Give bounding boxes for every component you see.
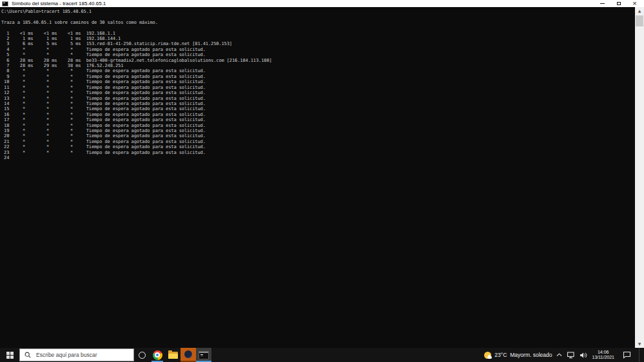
weather-temperature: 23°C [494, 352, 507, 358]
search-icon [24, 352, 31, 358]
window-controls: × [594, 0, 643, 7]
sun-cloud-icon [484, 352, 491, 359]
scrollbar-up-arrow[interactable]: ▲ [635, 7, 644, 15]
taskbar-app-cortana[interactable] [134, 348, 150, 362]
ethernet-network-icon [567, 352, 575, 359]
cmd-window-icon [2, 1, 8, 6]
taskbar: 23°C Mayorm. soleado 14:06 13/11/ [0, 348, 644, 362]
console-window[interactable]: C:\Users\Pablo>tracert 185.40.65.1 Traza… [0, 7, 644, 348]
clock-date: 13/11/2021 [592, 355, 614, 360]
minimize-icon [600, 3, 605, 4]
taskbar-app-file-explorer[interactable] [165, 348, 181, 362]
console-output[interactable]: C:\Users\Pablo>tracert 185.40.65.1 Traza… [0, 7, 644, 160]
weather-condition: Mayorm. soleado [510, 352, 552, 358]
file-explorer-icon [168, 352, 178, 359]
clock-time: 14:06 [592, 350, 614, 355]
cmd-icon [199, 351, 209, 359]
chevron-up-icon [556, 353, 562, 357]
speaker-icon [580, 352, 587, 359]
taskbar-app-cmd[interactable] [196, 348, 211, 362]
scrollbar-down-arrow[interactable]: ▼ [635, 340, 644, 348]
chrome-icon [153, 350, 162, 360]
taskbar-search[interactable] [19, 348, 134, 361]
system-tray: 23°C Mayorm. soleado 14:06 13/11/ [484, 348, 644, 362]
scrollbar-thumb[interactable] [636, 15, 643, 26]
minimize-button[interactable] [594, 0, 610, 7]
window-titlebar[interactable]: Símbolo del sistema - tracert 185.40.65.… [0, 0, 644, 7]
show-desktop-button[interactable] [639, 348, 642, 362]
notification-bubble-icon [623, 351, 631, 359]
window-title: Símbolo del sistema - tracert 185.40.65.… [12, 0, 594, 7]
taskbar-clock[interactable]: 14:06 13/11/2021 [592, 350, 614, 360]
volume-button[interactable] [580, 348, 587, 362]
hidden-icons-button[interactable] [556, 348, 562, 362]
console-scrollbar[interactable]: ▲ ▼ [635, 7, 644, 348]
windows-logo-icon [6, 352, 14, 359]
maximize-button[interactable] [610, 0, 627, 7]
action-center-button[interactable] [619, 348, 634, 362]
attention-app-icon [184, 350, 192, 358]
search-input[interactable] [35, 351, 129, 359]
desktop: { "window": { "title": "Símbolo del sist… [0, 0, 644, 362]
taskbar-app-chrome[interactable] [150, 348, 165, 362]
close-button[interactable]: × [627, 0, 643, 7]
taskbar-app-attention[interactable] [181, 348, 196, 362]
cortana-icon [139, 352, 146, 359]
maximize-icon [617, 2, 621, 5]
taskbar-weather[interactable]: 23°C Mayorm. soleado [484, 352, 552, 359]
start-button[interactable] [0, 348, 19, 362]
network-button[interactable] [567, 348, 575, 362]
close-icon: × [632, 1, 638, 6]
